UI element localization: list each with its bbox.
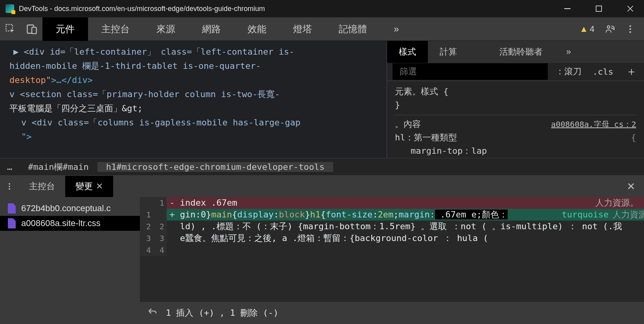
dom-node[interactable]: ▶ <div id=「left-container」 class=「left-c… bbox=[9, 45, 377, 59]
styles-panel: 樣式 計算 活動聆聽者 » ：滾刀 .cls ＋ 元素。樣式 { } 。內容 a… bbox=[387, 41, 644, 158]
cls-toggle[interactable]: .cls bbox=[587, 67, 619, 77]
rule-brace: { bbox=[631, 131, 636, 144]
tab-elements[interactable]: 元件 bbox=[42, 17, 88, 41]
hover-toggle[interactable]: ：滾刀 bbox=[550, 66, 587, 77]
breadcrumb: … #main欄#main h1#microsoft-edge-chromium… bbox=[0, 158, 644, 175]
svg-rect-0 bbox=[564, 8, 571, 9]
rule-close: } bbox=[395, 98, 636, 112]
top-tabs: 元件 主控台 來源 網路 效能 燈塔 記憶體 » bbox=[42, 17, 580, 41]
svg-point-6 bbox=[629, 25, 631, 27]
device-toggle-icon[interactable] bbox=[21, 17, 42, 41]
diff-line[interactable]: 44 bbox=[140, 244, 644, 256]
drawer: 主控台 變更✕ ✕ 672b4bb0.conceptual.c a008608a… bbox=[0, 175, 644, 324]
svg-rect-4 bbox=[32, 27, 37, 33]
stylesheet-link[interactable]: a008608a.字母 cs：2 bbox=[551, 118, 636, 131]
svg-point-8 bbox=[629, 31, 631, 33]
breadcrumb-item-selected[interactable]: h1#microsoft-edge-chromium-developer-too… bbox=[97, 162, 333, 172]
elements-tree[interactable]: ▶ <div id=「left-container」 class=「left-c… bbox=[0, 41, 387, 158]
breadcrumb-more[interactable]: … bbox=[0, 162, 19, 172]
feedback-icon[interactable] bbox=[605, 24, 615, 34]
diff-footer: 1 插入 (+) , 1 刪除 (-) bbox=[140, 302, 644, 324]
diff-line[interactable]: 22 ld) , .標題：不 (：末子) {margin-bottom：1.5r… bbox=[140, 221, 644, 232]
dom-node[interactable]: hidden-mobile 欄是-1-third-tablet is-one-q… bbox=[9, 59, 377, 73]
svg-point-5 bbox=[607, 26, 610, 28]
styles-filter-input[interactable] bbox=[393, 63, 548, 80]
warnings-badge[interactable]: ▲4 bbox=[580, 24, 594, 34]
rule-property[interactable]: margin-top：lap bbox=[395, 144, 636, 158]
drawer-tab-changes[interactable]: 變更✕ bbox=[65, 176, 113, 197]
inspect-icon[interactable] bbox=[0, 17, 21, 41]
minimize-button[interactable] bbox=[563, 4, 572, 13]
styles-tabs-overflow[interactable]: » bbox=[554, 41, 583, 63]
rule-selector[interactable]: 元素。樣式 { bbox=[395, 85, 636, 98]
tab-console[interactable]: 主控台 bbox=[88, 17, 143, 41]
tab-sources[interactable]: 來源 bbox=[143, 17, 189, 41]
styles-tab-listeners[interactable]: 活動聆聽者 bbox=[488, 41, 554, 63]
dom-node[interactable]: desktop">…</div> bbox=[9, 73, 377, 87]
diff-line-added[interactable]: 1 + gin:0}main{display:block}h1{font-siz… bbox=[140, 209, 644, 221]
close-icon[interactable]: ✕ bbox=[96, 181, 103, 191]
svg-point-11 bbox=[9, 188, 10, 190]
settings-menu-icon[interactable] bbox=[625, 24, 635, 34]
changes-file-list: 672b4bb0.conceptual.c a008608a.site-ltr.… bbox=[0, 197, 140, 324]
diff-summary: 1 插入 (+) , 1 刪除 (-) bbox=[166, 307, 279, 319]
diff-view: 1 - index .67em人力資源。 1 + gin:0}main{disp… bbox=[140, 197, 644, 324]
svg-point-10 bbox=[9, 186, 10, 187]
drawer-menu-icon[interactable] bbox=[0, 182, 19, 191]
diff-line[interactable]: 33 e蠶食。焦點可見：之後, a .燈箱：暫留：{background-col… bbox=[140, 232, 644, 244]
warning-icon: ▲ bbox=[580, 24, 588, 34]
dom-node[interactable]: 平板電腦是「四分之三桌面」&gt; bbox=[9, 101, 377, 116]
drawer-tab-console[interactable]: 主控台 bbox=[19, 176, 65, 197]
new-rule-button[interactable]: ＋ bbox=[619, 64, 644, 79]
breadcrumb-item[interactable]: #main欄#main bbox=[19, 161, 97, 173]
window-controls bbox=[563, 4, 638, 13]
tab-memory[interactable]: 記憶體 bbox=[325, 17, 380, 41]
tab-network[interactable]: 網路 bbox=[189, 17, 234, 41]
revert-icon[interactable] bbox=[146, 307, 158, 319]
file-icon bbox=[8, 203, 16, 214]
drawer-close-icon[interactable]: ✕ bbox=[618, 180, 644, 193]
dom-node[interactable]: "> bbox=[9, 130, 377, 144]
tabs-overflow[interactable]: » bbox=[380, 17, 412, 41]
titlebar: DevTools - docs.microsoft.com/en-us/micr… bbox=[0, 0, 644, 17]
close-button[interactable] bbox=[626, 4, 635, 13]
tab-performance[interactable]: 效能 bbox=[234, 17, 280, 41]
dom-node[interactable]: v <section class=「primary-holder column … bbox=[9, 87, 377, 101]
warning-count: 4 bbox=[590, 24, 594, 34]
window-title: DevTools - docs.microsoft.com/en-us/micr… bbox=[19, 5, 265, 13]
diff-line-deleted[interactable]: 1 - index .67em人力資源。 bbox=[140, 197, 644, 209]
svg-rect-1 bbox=[596, 6, 602, 11]
rule-selector[interactable]: hl：第一種類型 bbox=[395, 131, 631, 144]
svg-point-7 bbox=[629, 28, 631, 29]
dom-node[interactable]: v <div class=「columns is-gapless-mobile … bbox=[9, 116, 377, 130]
file-icon bbox=[8, 218, 16, 228]
styles-tab-styles[interactable]: 樣式 bbox=[387, 41, 428, 63]
file-item-selected[interactable]: a008608a.site-ltr.css bbox=[0, 216, 140, 231]
file-item[interactable]: 672b4bb0.conceptual.c bbox=[0, 201, 140, 216]
maximize-button[interactable] bbox=[594, 4, 603, 13]
svg-point-9 bbox=[9, 183, 10, 185]
app-icon bbox=[6, 4, 14, 13]
tab-lighthouse[interactable]: 燈塔 bbox=[280, 17, 325, 41]
styles-tab-computed[interactable]: 計算 bbox=[428, 41, 469, 63]
main-toolbar: 元件 主控台 來源 網路 效能 燈塔 記憶體 » ▲4 bbox=[0, 17, 644, 41]
styles-rules[interactable]: 元素。樣式 { } 。內容 a008608a.字母 cs：2 hl：第一種類型{… bbox=[387, 81, 644, 158]
